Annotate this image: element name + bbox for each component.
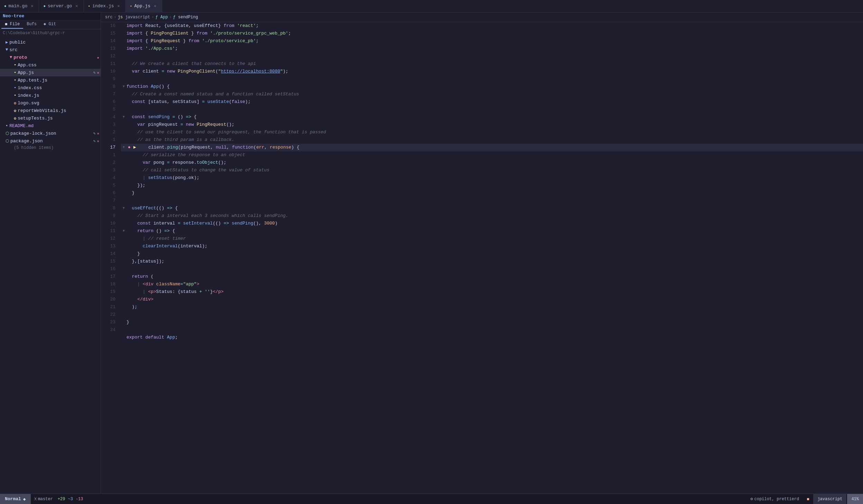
changes-del: -13	[76, 497, 83, 502]
tree-label: src	[9, 47, 17, 53]
code-content[interactable]: import React, {useState, useEffect} from…	[118, 22, 863, 494]
tab-close-index-js[interactable]: ✕	[116, 3, 121, 9]
code-line	[121, 326, 863, 334]
x-icon-3: ✕	[97, 139, 99, 143]
tree-item-pkg-lock[interactable]: ⬡ package-lock.json ✎ ✕	[0, 130, 101, 137]
copilot-status: ⚙ copilot, prettierd	[747, 494, 803, 504]
gear-icon: ⚙	[750, 496, 753, 502]
copilot-label: copilot, prettierd	[754, 497, 799, 502]
fold-indicator[interactable]: ▼	[121, 83, 126, 91]
code-line	[121, 311, 863, 318]
tab-label-server: server.go	[48, 3, 72, 9]
language-indicator[interactable]: javascript	[813, 494, 846, 504]
lang-color-icon: ◼	[807, 496, 809, 502]
tree-item-app-js[interactable]: ▪ App.js ✎ ✕	[0, 69, 101, 76]
app-icon: ▪	[130, 4, 132, 8]
tree-badge-proto: ★	[97, 55, 99, 60]
js-icon-tree-2: ✿	[14, 108, 16, 113]
mode-label: Normal	[5, 496, 21, 502]
file-icon: ◼	[5, 22, 10, 27]
neotree-header: Neo-tree	[0, 12, 101, 20]
tab-close-server-go[interactable]: ✕	[74, 3, 79, 9]
sidebar: Neo-tree ◼ File Bufs ◆ Git C:\Codebase\G…	[0, 12, 101, 494]
code-line	[121, 197, 863, 205]
tree-label: index.css	[18, 85, 42, 91]
code-line: | <div className="app">	[121, 280, 863, 288]
code-container[interactable]: 16 15 14 13 12 11 10 9 8 7 6 5 4 3 2 1 1…	[101, 22, 863, 494]
tree-item-src[interactable]: ▼ src	[0, 46, 101, 54]
fold-indicator[interactable]: ▼	[121, 205, 126, 212]
sidebar-btn-git[interactable]: ◆ Git	[40, 20, 59, 29]
code-line: import { PingPongClient } from './proto/…	[121, 30, 863, 37]
status-right: ⚙ copilot, prettierd ◼ javascript 41%	[747, 494, 863, 504]
bc-sendping: ƒ sendPing	[173, 15, 198, 20]
tree-item-app-css[interactable]: ▪ App.css	[0, 61, 101, 69]
tree-item-setup[interactable]: ✿ setupTests.js	[0, 114, 101, 122]
tab-close-main-go[interactable]: ✕	[29, 3, 35, 9]
tab-close-app-js[interactable]: ✕	[152, 3, 158, 9]
code-line: ▼ const sendPing = () => {	[121, 113, 863, 121]
debug-arrow: ▶	[132, 144, 138, 151]
tree-item-pkg[interactable]: ⬡ package.json ✎ ✕	[0, 137, 101, 145]
branch-icon: ᚸ	[34, 497, 37, 502]
code-line: ▼ return () => {	[121, 227, 863, 235]
code-line: import React, {useState, useEffect} from…	[121, 22, 863, 30]
status-left: Normal ◆ ᚸ master +29 ~3 -13	[0, 494, 84, 504]
tab-label-index: index.js	[92, 3, 114, 9]
tree-item-proto[interactable]: ▼ proto ★	[0, 54, 101, 61]
tree-label: package-lock.json	[10, 131, 56, 136]
tab-server-go[interactable]: ● server.go ✕	[39, 0, 84, 12]
code-line: });	[121, 182, 863, 189]
file-tree: ▶ public ▼ src ▼ proto ★ ▪ App.css	[0, 37, 101, 494]
sidebar-path: C:\Codebase\Github\grpc-r	[0, 29, 101, 37]
code-line: }	[121, 318, 863, 326]
tree-label: App.js	[18, 70, 34, 75]
md-icon: ▪	[6, 123, 8, 128]
code-line: // use the client to send our pingreques…	[121, 129, 863, 136]
neotree-title: Neo-tree	[3, 13, 24, 19]
code-line: // call setStatus to change the value of…	[121, 167, 863, 174]
code-line: }	[121, 250, 863, 258]
fold-indicator[interactable]: ▼	[121, 113, 126, 121]
tab-main-go[interactable]: ● main.go ✕	[0, 0, 39, 12]
tab-index-js[interactable]: ▪ index.js ✕	[84, 0, 126, 12]
line-numbers: 16 15 14 13 12 11 10 9 8 7 6 5 4 3 2 1 1…	[101, 22, 118, 494]
code-line: },[status]);	[121, 258, 863, 265]
code-line: var pong = response.toObject();	[121, 159, 863, 167]
tab-app-js[interactable]: ▪ App.js ✕	[126, 0, 162, 12]
code-line: return (	[121, 273, 863, 280]
tree-label: index.js	[18, 93, 39, 98]
tree-item-public[interactable]: ▶ public	[0, 38, 101, 46]
bc-app: ƒ App	[156, 15, 168, 20]
tree-badge-pkglock: ✎ ✕	[93, 131, 99, 136]
branch-name: master	[38, 497, 53, 502]
code-line: // serialize the response to an object	[121, 151, 863, 159]
tree-item-report[interactable]: ✿ reportWebVitals.js	[0, 107, 101, 114]
code-line: // Create a const named status and a fun…	[121, 91, 863, 98]
fold-indicator[interactable]: ▼	[121, 227, 126, 235]
tree-item-logo[interactable]: ✿ logo.svg	[0, 99, 101, 107]
scroll-percent: 41%	[847, 494, 863, 504]
code-line: ▼ function App() {	[121, 83, 863, 91]
status-bar: Normal ◆ ᚸ master +29 ~3 -13 ⚙ copilot, …	[0, 494, 863, 504]
tree-label: App.test.js	[18, 78, 47, 83]
tree-label: public	[9, 40, 26, 45]
fold-indicator[interactable]: ▼	[121, 144, 126, 151]
tree-item-readme[interactable]: ▪ README.md	[0, 122, 101, 130]
json-icon: ⬡	[6, 131, 9, 136]
hidden-items: (5 hidden items)	[0, 145, 101, 151]
tree-item-app-test[interactable]: ▪ App.test.js	[0, 76, 101, 84]
breadcrumb: src › js javascript › ƒ App › ƒ sendPing	[101, 12, 863, 22]
sidebar-btn-file[interactable]: ◼ File	[1, 20, 23, 29]
code-line	[121, 53, 863, 60]
tree-item-index-css[interactable]: ▪ index.css	[0, 84, 101, 92]
percent-label: 41%	[851, 497, 859, 502]
bc-src: src	[105, 15, 113, 20]
sidebar-btn-bufs[interactable]: Bufs	[23, 20, 40, 29]
git-branch: ᚸ master	[31, 497, 56, 502]
mode-indicator: Normal ◆	[0, 494, 31, 504]
tree-item-index-js[interactable]: ▪ index.js	[0, 92, 101, 99]
folder-proto-icon: ▼	[10, 55, 12, 60]
js-icon-tree: ▪	[14, 93, 16, 98]
main-layout: Neo-tree ◼ File Bufs ◆ Git C:\Codebase\G…	[0, 12, 863, 494]
